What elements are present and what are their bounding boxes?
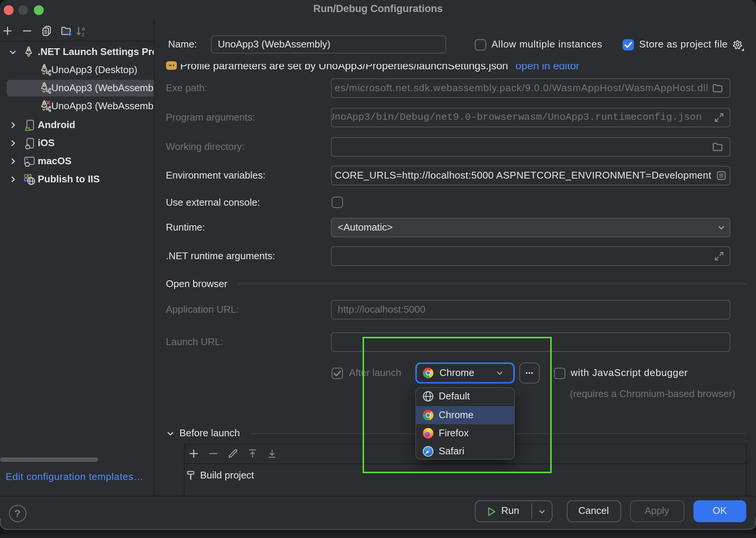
svg-text:z: z bbox=[81, 31, 84, 37]
